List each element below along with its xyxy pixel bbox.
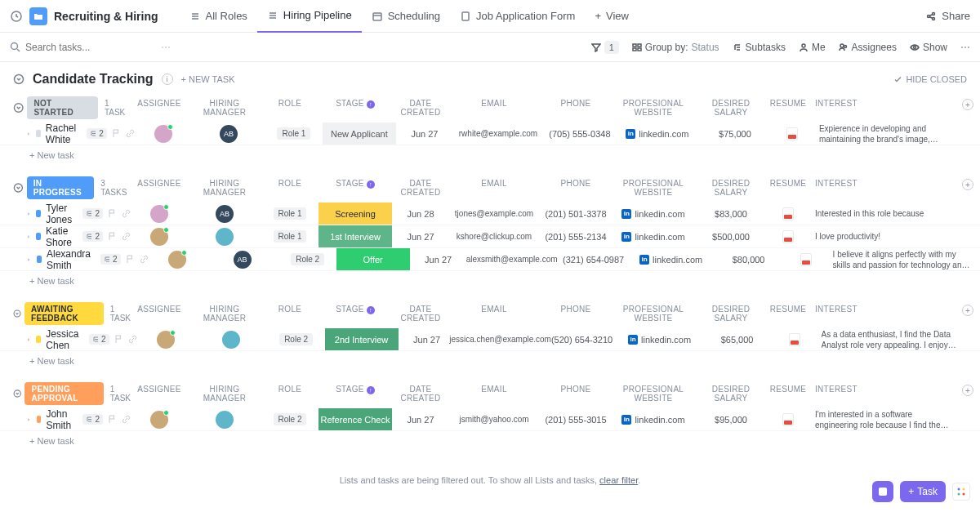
cell-assignee[interactable] <box>131 408 188 430</box>
hide-closed-button[interactable]: HIDE CLOSED <box>893 74 967 84</box>
col-assignee[interactable]: ASSIGNEE <box>131 305 188 323</box>
cell-website[interactable]: inlinkedin.com <box>617 122 698 145</box>
cell-stage[interactable]: 1st Interview <box>318 225 392 247</box>
cell-resume[interactable] <box>772 122 813 145</box>
flag-icon[interactable] <box>108 232 117 241</box>
filter-button[interactable]: 1 <box>591 41 619 54</box>
me-button[interactable]: Me <box>799 42 826 53</box>
new-task-top[interactable]: + NEW TASK <box>181 74 235 84</box>
candidate-name[interactable]: Jessica Chen <box>46 328 84 351</box>
avatar[interactable]: AB <box>216 205 234 223</box>
status-pill[interactable]: NOT STARTED <box>27 96 98 119</box>
col-hiring-manager[interactable]: HIRING MANAGER <box>188 179 261 197</box>
tab-job-application[interactable]: Job Application Form <box>450 0 585 33</box>
new-task-button[interactable]: + Task <box>900 481 946 485</box>
col-stage[interactable]: STAGE ↑ <box>318 99 392 117</box>
col-salary[interactable]: DESIRED SALARY <box>694 305 768 323</box>
col-hiring-manager[interactable]: HIRING MANAGER <box>188 99 261 117</box>
flag-icon[interactable] <box>108 209 117 218</box>
cell-role[interactable]: Role 1 <box>261 203 318 225</box>
col-role[interactable]: ROLE <box>261 305 318 323</box>
candidate-name[interactable]: Katie Shore <box>46 225 78 248</box>
col-email[interactable]: EMAIL <box>449 385 539 403</box>
link-icon[interactable] <box>140 255 149 264</box>
cell-resume[interactable] <box>768 203 808 225</box>
cell-stage[interactable]: Reference Check <box>318 408 392 430</box>
col-date[interactable]: DATE CREATED <box>392 385 449 403</box>
table-row[interactable]: Alexandra Smith 2 AB Role 2 Offer Jun 27… <box>0 248 980 271</box>
col-phone[interactable]: PHONE <box>539 305 612 323</box>
cell-resume[interactable] <box>774 328 815 350</box>
table-row[interactable]: Rachel White 2 AB Role 1 New Applicant J… <box>0 122 980 145</box>
col-resume[interactable]: RESUME <box>768 179 808 197</box>
subtask-badge[interactable]: 2 <box>89 334 109 345</box>
search-more-icon[interactable]: ⋯ <box>161 42 171 53</box>
col-phone[interactable]: PHONE <box>539 385 612 403</box>
col-phone[interactable]: PHONE <box>539 99 612 117</box>
quick-action-button[interactable] <box>872 481 893 485</box>
status-pill[interactable]: AWAITING FEEDBACK <box>24 302 104 325</box>
avatar[interactable] <box>216 228 234 246</box>
link-icon[interactable] <box>128 335 137 344</box>
subtask-badge[interactable]: 2 <box>82 414 103 425</box>
assignees-button[interactable]: Assignees <box>839 42 897 53</box>
cell-resume[interactable] <box>768 225 808 247</box>
cell-assignee[interactable] <box>137 328 194 350</box>
col-date[interactable]: DATE CREATED <box>392 99 449 117</box>
col-interest[interactable]: INTEREST <box>808 99 956 117</box>
col-assignee[interactable]: ASSIGNEE <box>131 179 188 197</box>
col-resume[interactable]: RESUME <box>768 99 808 117</box>
col-phone[interactable]: PHONE <box>539 179 612 197</box>
col-stage[interactable]: STAGE ↑ <box>318 305 392 323</box>
col-salary[interactable]: DESIRED SALARY <box>694 385 768 403</box>
link-icon[interactable] <box>122 232 131 241</box>
info-icon[interactable]: i <box>162 73 173 85</box>
candidate-name[interactable]: Rachel White <box>46 122 82 145</box>
cell-role[interactable]: Role 2 <box>268 328 325 350</box>
cell-website[interactable]: inlinkedin.com <box>630 248 712 270</box>
avatar[interactable]: AB <box>234 251 252 269</box>
cell-website[interactable]: inlinkedin.com <box>612 225 694 247</box>
col-stage[interactable]: STAGE ↑ <box>318 385 392 403</box>
cell-assignee[interactable] <box>135 122 192 145</box>
cell-website[interactable]: inlinkedin.com <box>612 203 694 225</box>
col-email[interactable]: EMAIL <box>449 179 539 197</box>
cell-hiring-manager[interactable] <box>188 225 261 247</box>
col-website[interactable]: PROFESIONAL WEBSITE <box>612 305 694 323</box>
col-role[interactable]: ROLE <box>261 385 318 403</box>
cell-role[interactable]: Role 2 <box>279 248 336 270</box>
col-role[interactable]: ROLE <box>261 179 318 197</box>
col-website[interactable]: PROFESIONAL WEBSITE <box>612 99 694 117</box>
cell-hiring-manager[interactable]: AB <box>192 122 265 145</box>
avatar[interactable] <box>216 411 234 429</box>
folder-icon[interactable] <box>29 7 47 25</box>
cell-role[interactable]: Role 1 <box>265 122 323 145</box>
col-interest[interactable]: INTEREST <box>808 305 956 323</box>
add-column-button[interactable]: + <box>956 305 980 323</box>
cell-email[interactable]: jessica.chen@example.com <box>456 328 546 350</box>
show-button[interactable]: Show <box>910 42 947 53</box>
caret-right-icon[interactable] <box>26 256 32 264</box>
status-pill[interactable]: PENDING APPROVAL <box>24 382 103 405</box>
col-interest[interactable]: INTEREST <box>808 179 956 197</box>
col-email[interactable]: EMAIL <box>449 99 539 117</box>
subtask-badge[interactable]: 2 <box>87 128 107 139</box>
cell-role[interactable]: Role 1 <box>261 225 318 247</box>
cell-email[interactable]: jsmith@yahoo.com <box>449 408 539 430</box>
flag-icon[interactable] <box>108 415 117 424</box>
cell-hiring-manager[interactable]: AB <box>206 248 279 270</box>
share-button[interactable]: Share <box>925 10 970 22</box>
subtask-badge[interactable]: 2 <box>82 231 103 242</box>
caret-right-icon[interactable] <box>26 130 31 138</box>
col-resume[interactable]: RESUME <box>768 385 808 403</box>
table-row[interactable]: Jessica Chen 2 Role 2 2nd Interview Jun … <box>0 328 980 351</box>
table-row[interactable]: John Smith 2 Role 2 Reference Check Jun … <box>0 408 980 431</box>
col-interest[interactable]: INTEREST <box>808 385 956 403</box>
chevron-down-icon[interactable] <box>13 388 21 399</box>
tab-hiring-pipeline[interactable]: Hiring Pipeline <box>257 0 362 33</box>
col-date[interactable]: DATE CREATED <box>392 179 449 197</box>
tab-add-view[interactable]: + View <box>585 0 639 33</box>
col-date[interactable]: DATE CREATED <box>392 305 449 323</box>
cell-assignee[interactable] <box>149 248 206 270</box>
add-column-button[interactable]: + <box>956 385 980 403</box>
